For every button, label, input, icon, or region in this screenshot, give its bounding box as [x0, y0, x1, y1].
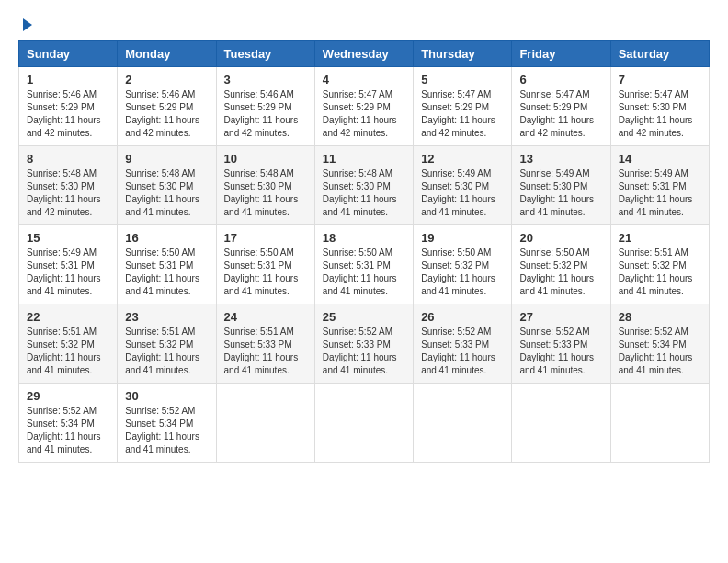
- col-thursday: Thursday: [414, 41, 512, 67]
- table-row: 25Sunrise: 5:52 AMSunset: 5:33 PMDayligh…: [314, 304, 413, 384]
- day-info: Sunrise: 5:52 AMSunset: 5:33 PMDaylight:…: [323, 326, 405, 377]
- day-number: 21: [619, 231, 701, 245]
- calendar-header-row: Sunday Monday Tuesday Wednesday Thursday…: [19, 41, 710, 67]
- table-row: 20Sunrise: 5:50 AMSunset: 5:32 PMDayligh…: [512, 225, 610, 304]
- day-info: Sunrise: 5:52 AMSunset: 5:34 PMDaylight:…: [125, 405, 208, 456]
- table-row: 26Sunrise: 5:52 AMSunset: 5:33 PMDayligh…: [414, 304, 512, 384]
- day-info: Sunrise: 5:50 AMSunset: 5:31 PMDaylight:…: [125, 247, 208, 298]
- col-friday: Friday: [512, 41, 610, 67]
- table-row: [216, 384, 314, 463]
- day-number: 15: [27, 231, 109, 245]
- day-info: Sunrise: 5:47 AMSunset: 5:29 PMDaylight:…: [421, 88, 504, 140]
- calendar-week-row: 22Sunrise: 5:51 AMSunset: 5:32 PMDayligh…: [19, 304, 710, 384]
- table-row: [610, 384, 709, 463]
- table-row: 22Sunrise: 5:51 AMSunset: 5:32 PMDayligh…: [19, 304, 118, 384]
- table-row: 19Sunrise: 5:50 AMSunset: 5:32 PMDayligh…: [414, 225, 512, 304]
- day-number: 1: [27, 73, 109, 86]
- calendar-week-row: 29Sunrise: 5:52 AMSunset: 5:34 PMDayligh…: [19, 384, 710, 463]
- day-number: 4: [323, 73, 405, 86]
- table-row: 7Sunrise: 5:47 AMSunset: 5:30 PMDaylight…: [610, 67, 709, 146]
- table-row: [314, 384, 413, 463]
- table-row: 12Sunrise: 5:49 AMSunset: 5:30 PMDayligh…: [414, 146, 512, 225]
- table-row: [512, 384, 610, 463]
- table-row: 27Sunrise: 5:52 AMSunset: 5:33 PMDayligh…: [512, 304, 610, 384]
- col-tuesday: Tuesday: [216, 41, 314, 67]
- day-info: Sunrise: 5:52 AMSunset: 5:33 PMDaylight:…: [421, 326, 504, 377]
- table-row: 17Sunrise: 5:50 AMSunset: 5:31 PMDayligh…: [216, 225, 314, 304]
- table-row: 2Sunrise: 5:46 AMSunset: 5:29 PMDaylight…: [118, 67, 216, 146]
- page-header: [18, 18, 710, 31]
- table-row: 4Sunrise: 5:47 AMSunset: 5:29 PMDaylight…: [314, 67, 413, 146]
- table-row: 29Sunrise: 5:52 AMSunset: 5:34 PMDayligh…: [19, 384, 118, 463]
- day-number: 20: [519, 231, 602, 245]
- table-row: 21Sunrise: 5:51 AMSunset: 5:32 PMDayligh…: [610, 225, 709, 304]
- table-row: 5Sunrise: 5:47 AMSunset: 5:29 PMDaylight…: [414, 67, 512, 146]
- table-row: 14Sunrise: 5:49 AMSunset: 5:31 PMDayligh…: [610, 146, 709, 225]
- day-number: 29: [27, 389, 109, 403]
- table-row: 11Sunrise: 5:48 AMSunset: 5:30 PMDayligh…: [314, 146, 413, 225]
- col-monday: Monday: [118, 41, 216, 67]
- day-info: Sunrise: 5:51 AMSunset: 5:32 PMDaylight:…: [125, 326, 208, 377]
- day-number: 30: [125, 389, 208, 403]
- table-row: 8Sunrise: 5:48 AMSunset: 5:30 PMDaylight…: [19, 146, 118, 225]
- day-info: Sunrise: 5:48 AMSunset: 5:30 PMDaylight:…: [323, 167, 405, 219]
- day-info: Sunrise: 5:47 AMSunset: 5:29 PMDaylight:…: [519, 88, 602, 140]
- day-number: 11: [323, 152, 405, 166]
- day-number: 16: [125, 231, 208, 245]
- table-row: 3Sunrise: 5:46 AMSunset: 5:29 PMDaylight…: [216, 67, 314, 146]
- day-info: Sunrise: 5:51 AMSunset: 5:33 PMDaylight:…: [224, 326, 307, 377]
- day-info: Sunrise: 5:46 AMSunset: 5:29 PMDaylight:…: [224, 88, 307, 140]
- calendar-week-row: 8Sunrise: 5:48 AMSunset: 5:30 PMDaylight…: [19, 146, 710, 225]
- day-info: Sunrise: 5:49 AMSunset: 5:31 PMDaylight:…: [619, 167, 701, 219]
- day-info: Sunrise: 5:49 AMSunset: 5:31 PMDaylight:…: [27, 247, 109, 298]
- table-row: 1Sunrise: 5:46 AMSunset: 5:29 PMDaylight…: [19, 67, 118, 146]
- calendar-week-row: 15Sunrise: 5:49 AMSunset: 5:31 PMDayligh…: [19, 225, 710, 304]
- table-row: 13Sunrise: 5:49 AMSunset: 5:30 PMDayligh…: [512, 146, 610, 225]
- table-row: 23Sunrise: 5:51 AMSunset: 5:32 PMDayligh…: [118, 304, 216, 384]
- day-info: Sunrise: 5:50 AMSunset: 5:31 PMDaylight:…: [224, 247, 307, 298]
- table-row: 24Sunrise: 5:51 AMSunset: 5:33 PMDayligh…: [216, 304, 314, 384]
- col-sunday: Sunday: [19, 41, 118, 67]
- table-row: 6Sunrise: 5:47 AMSunset: 5:29 PMDaylight…: [512, 67, 610, 146]
- day-number: 13: [519, 152, 602, 166]
- day-info: Sunrise: 5:48 AMSunset: 5:30 PMDaylight:…: [27, 167, 109, 219]
- table-row: [414, 384, 512, 463]
- day-info: Sunrise: 5:52 AMSunset: 5:33 PMDaylight:…: [519, 326, 602, 377]
- day-number: 3: [224, 73, 307, 86]
- day-number: 19: [421, 231, 504, 245]
- day-info: Sunrise: 5:51 AMSunset: 5:32 PMDaylight:…: [619, 247, 701, 298]
- day-number: 8: [27, 152, 109, 166]
- day-info: Sunrise: 5:49 AMSunset: 5:30 PMDaylight:…: [421, 167, 504, 219]
- day-info: Sunrise: 5:50 AMSunset: 5:32 PMDaylight:…: [519, 247, 602, 298]
- day-info: Sunrise: 5:51 AMSunset: 5:32 PMDaylight:…: [27, 326, 109, 377]
- table-row: 18Sunrise: 5:50 AMSunset: 5:31 PMDayligh…: [314, 225, 413, 304]
- day-info: Sunrise: 5:47 AMSunset: 5:30 PMDaylight:…: [619, 88, 701, 140]
- table-row: 16Sunrise: 5:50 AMSunset: 5:31 PMDayligh…: [118, 225, 216, 304]
- day-number: 26: [421, 310, 504, 324]
- logo: [18, 18, 32, 31]
- logo-arrow-icon: [23, 18, 32, 31]
- day-number: 27: [519, 310, 602, 324]
- day-info: Sunrise: 5:47 AMSunset: 5:29 PMDaylight:…: [323, 88, 405, 140]
- col-wednesday: Wednesday: [314, 41, 413, 67]
- table-row: 15Sunrise: 5:49 AMSunset: 5:31 PMDayligh…: [19, 225, 118, 304]
- day-info: Sunrise: 5:48 AMSunset: 5:30 PMDaylight:…: [224, 167, 307, 219]
- day-number: 7: [619, 73, 701, 86]
- day-info: Sunrise: 5:52 AMSunset: 5:34 PMDaylight:…: [27, 405, 109, 456]
- day-number: 22: [27, 310, 109, 324]
- day-number: 2: [125, 73, 208, 86]
- day-number: 28: [619, 310, 701, 324]
- day-info: Sunrise: 5:48 AMSunset: 5:30 PMDaylight:…: [125, 167, 208, 219]
- day-number: 14: [619, 152, 701, 166]
- day-info: Sunrise: 5:46 AMSunset: 5:29 PMDaylight:…: [27, 88, 109, 140]
- day-number: 17: [224, 231, 307, 245]
- day-info: Sunrise: 5:46 AMSunset: 5:29 PMDaylight:…: [125, 88, 208, 140]
- day-info: Sunrise: 5:49 AMSunset: 5:30 PMDaylight:…: [519, 167, 602, 219]
- day-number: 6: [519, 73, 602, 86]
- col-saturday: Saturday: [610, 41, 709, 67]
- day-number: 24: [224, 310, 307, 324]
- day-number: 10: [224, 152, 307, 166]
- calendar-table: Sunday Monday Tuesday Wednesday Thursday…: [18, 40, 710, 463]
- table-row: 28Sunrise: 5:52 AMSunset: 5:34 PMDayligh…: [610, 304, 709, 384]
- day-info: Sunrise: 5:50 AMSunset: 5:31 PMDaylight:…: [323, 247, 405, 298]
